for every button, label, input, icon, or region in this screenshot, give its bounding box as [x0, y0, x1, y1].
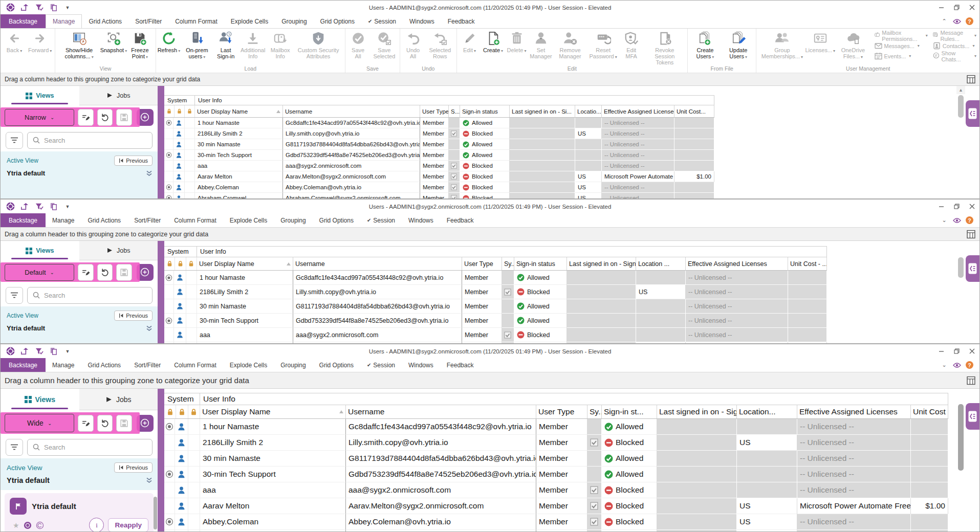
tab-windows[interactable]: Windows — [402, 213, 440, 227]
cell-display-name[interactable]: 1 hour Namaste — [195, 118, 283, 128]
cell-unit-cost[interactable] — [911, 435, 948, 451]
cell-username[interactable]: G8117193d7884404d8fa54dbba626bd43@ovh.yt… — [346, 451, 536, 467]
row-spare-cell[interactable] — [186, 314, 197, 328]
cell-sync-checkbox[interactable] — [502, 299, 514, 314]
collapsed-panel-tab[interactable] — [966, 100, 979, 127]
cell-user-type[interactable]: Member — [536, 419, 587, 435]
cell-location[interactable] — [737, 419, 797, 435]
ribbon-button-custom-security-attributes[interactable]: Custom Security Attributes — [293, 29, 343, 59]
cell-username[interactable]: Gdbd753239df544f8a8e74525eb206ed3@ovh.yt… — [283, 150, 420, 161]
cell-user-type[interactable]: Member — [462, 328, 502, 342]
cell-location[interactable]: US — [737, 435, 797, 451]
user-type-icon[interactable] — [173, 161, 185, 171]
column-header-lic[interactable]: Effective Assigned Licenses — [797, 405, 911, 418]
filter-check-icon[interactable] — [34, 3, 43, 12]
cell-location[interactable] — [575, 139, 602, 150]
row-radio-cell[interactable] — [164, 498, 175, 514]
column-header-name[interactable]: User Display Name — [200, 405, 346, 418]
ribbon-button-create[interactable]: Create▾ — [482, 29, 505, 54]
row-radio-cell[interactable] — [164, 435, 175, 451]
cell-licenses[interactable]: -- Unlicensed -- — [797, 530, 911, 532]
search-input[interactable] — [44, 444, 147, 451]
cell-location[interactable]: US — [575, 182, 602, 193]
ribbon-button-show-hide-columns[interactable]: Show/Hide columns...▾ — [56, 29, 102, 60]
tab-grid-actions[interactable]: Grid Actions — [82, 14, 128, 28]
cell-unit-cost[interactable] — [674, 193, 714, 199]
cell-username[interactable]: Aarav.Melton@sygx2.onmicrosoft.com — [283, 171, 420, 182]
user-type-icon[interactable] — [175, 514, 188, 530]
cell-display-name[interactable]: Abbey.Coleman — [195, 182, 283, 193]
grid-layout-icon[interactable] — [967, 230, 975, 238]
cell-username[interactable]: Gc8daffc1fe434acd997a05543f448c92@ovh.yt… — [283, 118, 420, 128]
cell-display-name[interactable]: 1 hour Namaste — [200, 419, 346, 435]
info-icon[interactable]: i — [89, 518, 104, 532]
cell-last-signed-in[interactable] — [510, 139, 575, 150]
cell-username[interactable]: Lilly.smith.copy@ovh.ytria.io — [346, 435, 536, 451]
cell-location[interactable] — [636, 299, 686, 314]
tab-explode-cells[interactable]: Explode Cells — [223, 213, 274, 227]
copy-icon[interactable] — [49, 347, 58, 356]
cell-signin-status[interactable]: Allowed — [514, 299, 567, 314]
ribbon-button-events[interactable]: Events...▾ — [873, 52, 930, 60]
row-radio-cell[interactable] — [164, 530, 175, 532]
group-header-system[interactable]: System — [164, 393, 200, 405]
edit-view-button[interactable] — [78, 264, 94, 281]
cell-unit-cost[interactable] — [911, 451, 948, 467]
cell-last-signed-in[interactable] — [657, 530, 737, 532]
cell-location[interactable] — [636, 328, 686, 342]
cell-sync-checkbox[interactable] — [449, 182, 460, 193]
cell-display-name[interactable]: 30-min Tech Support — [197, 314, 293, 328]
row-radio-cell[interactable] — [164, 285, 174, 299]
cell-licenses[interactable]: -- Unlicensed -- — [686, 299, 788, 314]
cell-last-signed-in[interactable] — [657, 419, 737, 435]
column-header-type[interactable]: User Type — [420, 105, 449, 117]
cell-user-type[interactable]: Member — [462, 271, 502, 285]
restore-button[interactable] — [949, 345, 964, 358]
cell-display-name[interactable]: 30 min Namaste — [197, 299, 293, 314]
cell-last-signed-in[interactable] — [657, 498, 737, 514]
cell-user-type[interactable]: Member — [536, 435, 587, 451]
cell-user-type[interactable]: Member — [536, 467, 587, 482]
cell-display-name[interactable]: 30-min Tech Support — [200, 467, 346, 482]
cell-last-signed-in[interactable] — [510, 193, 575, 199]
ribbon-button-on-prem-users[interactable]: On-prem users▾ — [181, 29, 213, 60]
cell-location[interactable]: US — [737, 514, 797, 530]
row-spare-cell[interactable] — [185, 193, 195, 199]
previous-view-button[interactable]: Previous — [114, 311, 153, 321]
user-type-icon[interactable] — [174, 285, 186, 299]
cell-sync-checkbox[interactable] — [449, 128, 460, 139]
scroll-up-icon[interactable]: ▲ — [956, 86, 965, 94]
column-header-loc[interactable]: Location ... — [636, 257, 686, 270]
cell-unit-cost[interactable] — [674, 128, 714, 139]
ribbon-button-message-rules[interactable]: Message Rules...▾ — [931, 31, 978, 40]
cell-last-signed-in[interactable] — [567, 285, 636, 299]
cell-licenses[interactable]: -- Unlicensed -- — [602, 139, 674, 150]
cell-licenses[interactable]: -- Unlicensed -- — [602, 161, 674, 171]
eye-icon[interactable] — [953, 17, 961, 26]
group-header-system[interactable]: System — [164, 96, 195, 105]
column-header-type[interactable]: User Type — [536, 405, 587, 418]
filter-check-icon[interactable] — [34, 347, 43, 356]
cell-sync-checkbox[interactable] — [449, 118, 460, 128]
cell-signin-status[interactable]: Blocked — [602, 498, 657, 514]
column-header-cost[interactable]: Unit Cost - ... — [788, 257, 827, 270]
cell-user-type[interactable]: Member — [536, 530, 587, 532]
column-header-name[interactable]: User Display Name — [197, 257, 293, 270]
tab-grid-options[interactable]: Grid Options — [313, 358, 360, 372]
cell-username[interactable]: Lilly.smith.copy@ovh.ytria.io — [293, 285, 462, 299]
cell-signin-status[interactable]: Blocked — [514, 328, 567, 342]
tab-session[interactable]: ✔Session — [361, 14, 403, 28]
help-icon[interactable]: ? — [966, 17, 973, 25]
expand-chevrons-icon[interactable] — [146, 170, 153, 176]
tab-grouping[interactable]: Grouping — [274, 213, 312, 227]
row-spare-cell[interactable] — [188, 451, 200, 467]
user-type-icon[interactable] — [175, 530, 188, 532]
tab-jobs[interactable]: Jobs — [79, 389, 158, 410]
tab-windows[interactable]: Windows — [402, 358, 440, 372]
cell-display-name[interactable]: Abraham Cromwel — [195, 193, 283, 199]
column-header-lic[interactable]: Effective Assigned Licenses — [602, 105, 674, 117]
row-radio-cell[interactable] — [164, 150, 173, 161]
cell-last-signed-in[interactable] — [510, 150, 575, 161]
row-radio-cell[interactable] — [164, 171, 173, 182]
column-header-chk[interactable]: Sy... — [502, 257, 514, 270]
